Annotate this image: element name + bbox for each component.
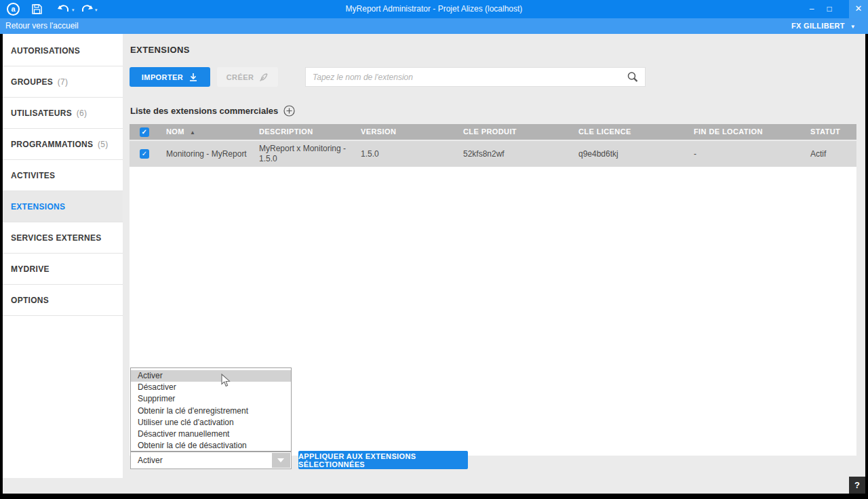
sidebar-item-label: GROUPES [11, 77, 53, 87]
cell-cle-produit: 52kfs8n2wf [456, 141, 572, 167]
apply-to-selected-button[interactable]: APPLIQUER AUX EXTENSIONS SÉLECTIONNÉES [298, 451, 468, 469]
minimize-button[interactable]: – [803, 0, 821, 18]
combobox-value: Activer [138, 452, 163, 468]
window-title: MyReport Administrator - Projet Alizes (… [0, 0, 868, 18]
dropdown-option-obtenir-cle-enregistrement[interactable]: Obtenir la clé d'enregistrement [131, 405, 291, 417]
column-header-label: NOM [166, 127, 184, 136]
cell-cle-licence: q9e4bd6tkj [572, 141, 687, 167]
select-all-cell: ✓ [130, 124, 159, 140]
undo-dropdown-caret-icon[interactable]: ▾ [72, 7, 75, 13]
column-header-cle-licence[interactable]: CLE LICENCE [572, 124, 687, 140]
dropdown-option-desactiver-manuellement[interactable]: Désactiver manuellement [131, 428, 291, 440]
row-checkbox-cell: ✓ [130, 141, 159, 167]
sidebar-item-extensions[interactable]: EXTENSIONS [3, 191, 123, 222]
dropdown-option-activer[interactable]: Activer [131, 370, 291, 382]
sidebar-item-label: UTILISATEURS [11, 108, 72, 118]
sidebar-item-label: ACTIVITES [11, 171, 55, 180]
sidebar-item-count: (6) [77, 108, 87, 118]
cell-version: 1.5.0 [354, 141, 456, 167]
myreport-logo-icon: a [7, 3, 20, 16]
redo-icon[interactable] [80, 3, 94, 15]
import-button-label: IMPORTER [142, 73, 183, 81]
close-button[interactable]: ✕ [849, 0, 868, 18]
search-input[interactable] [313, 68, 611, 86]
sidebar-item-services-externes[interactable]: SERVICES EXTERNES [3, 222, 123, 254]
import-button[interactable]: IMPORTER [130, 67, 210, 87]
table-row[interactable]: ✓ Monitoring - MyReport MyReport x Monit… [130, 141, 856, 167]
page-title: EXTENSIONS [130, 45, 190, 55]
cell-fin-de-location: - [687, 141, 804, 167]
title-bar: MyReport Administrator - Projet Alizes (… [0, 0, 868, 18]
dropdown-option-utiliser-cle-activation[interactable]: Utiliser une clé d'activation [131, 417, 291, 428]
search-box [305, 67, 646, 87]
sidebar-item-label: AUTORISATIONS [11, 46, 80, 56]
table-header: ✓ NOM▲ DESCRIPTION VERSION CLE PRODUIT C… [130, 124, 856, 140]
sidebar-item-autorisations[interactable]: AUTORISATIONS [3, 35, 123, 66]
download-icon [189, 73, 198, 82]
cell-nom: Monitoring - MyReport [159, 141, 252, 167]
dropdown-option-desactiver[interactable]: Désactiver [131, 382, 291, 393]
column-header-cle-produit[interactable]: CLE PRODUIT [456, 124, 572, 140]
list-title: Liste des extensions commerciales [130, 105, 295, 117]
action-dropdown-list: Activer Désactiver Supprimer Obtenir la … [130, 367, 292, 452]
column-header-nom[interactable]: NOM▲ [159, 124, 252, 140]
sidebar-item-label: EXTENSIONS [11, 202, 65, 212]
create-button[interactable]: CRÉER [217, 67, 278, 87]
dropdown-option-obtenir-cle-desactivation[interactable]: Obtenir la clé de désactivation [131, 440, 291, 452]
help-button[interactable]: ? [849, 477, 865, 494]
create-button-label: CRÉER [226, 73, 254, 81]
cell-statut: Actif [804, 141, 856, 167]
sidebar-item-label: MYDRIVE [11, 264, 50, 274]
user-menu[interactable]: FX GILLIBERT▼ [791, 18, 856, 34]
user-name: FX GILLIBERT [791, 22, 845, 30]
sidebar: AUTORISATIONS GROUPES (7) UTILISATEURS (… [3, 34, 123, 478]
maximize-button[interactable]: □ [821, 0, 838, 18]
undo-icon[interactable] [57, 3, 71, 15]
sort-asc-icon: ▲ [190, 129, 195, 136]
sidebar-item-label: OPTIONS [11, 296, 49, 305]
sidebar-item-utilisateurs[interactable]: UTILISATEURS (6) [3, 98, 123, 129]
select-all-checkbox[interactable]: ✓ [140, 127, 149, 137]
sidebar-item-programmations[interactable]: PROGRAMMATIONS (5) [3, 129, 123, 160]
sidebar-item-label: PROGRAMMATIONS [11, 140, 93, 149]
save-icon[interactable] [31, 3, 43, 15]
column-header-statut[interactable]: STATUT [804, 124, 856, 140]
column-header-fin-de-location[interactable]: FIN DE LOCATION [687, 124, 804, 140]
redo-dropdown-caret-icon[interactable]: ▾ [95, 7, 98, 13]
dropdown-option-supprimer[interactable]: Supprimer [131, 393, 291, 405]
column-header-description[interactable]: DESCRIPTION [252, 124, 354, 140]
list-title-label: Liste des extensions commerciales [130, 106, 278, 116]
action-combobox[interactable]: Activer [130, 452, 292, 469]
add-extension-icon[interactable] [283, 105, 295, 117]
user-menu-caret-icon: ▼ [850, 24, 856, 30]
cell-description: MyReport x Monitoring - 1.5.0 [252, 141, 354, 167]
sidebar-item-options[interactable]: OPTIONS [3, 285, 123, 316]
combobox-arrow-icon[interactable] [272, 453, 290, 468]
sidebar-item-count: (7) [58, 77, 68, 87]
sidebar-item-mydrive[interactable]: MYDRIVE [3, 254, 123, 285]
sidebar-item-label: SERVICES EXTERNES [11, 233, 102, 243]
mouse-cursor [221, 374, 231, 388]
row-checkbox[interactable]: ✓ [140, 149, 149, 159]
back-to-home-link[interactable]: Retour vers l'accueil [5, 18, 79, 34]
sidebar-item-count: (5) [98, 140, 108, 149]
sidebar-item-groupes[interactable]: GROUPES (7) [3, 66, 123, 98]
sidebar-item-activites[interactable]: ACTIVITES [3, 160, 123, 191]
secondary-nav-bar: Retour vers l'accueil FX GILLIBERT▼ [0, 18, 868, 34]
feather-icon [259, 73, 269, 82]
column-header-version[interactable]: VERSION [354, 124, 456, 140]
search-icon[interactable] [627, 71, 639, 83]
